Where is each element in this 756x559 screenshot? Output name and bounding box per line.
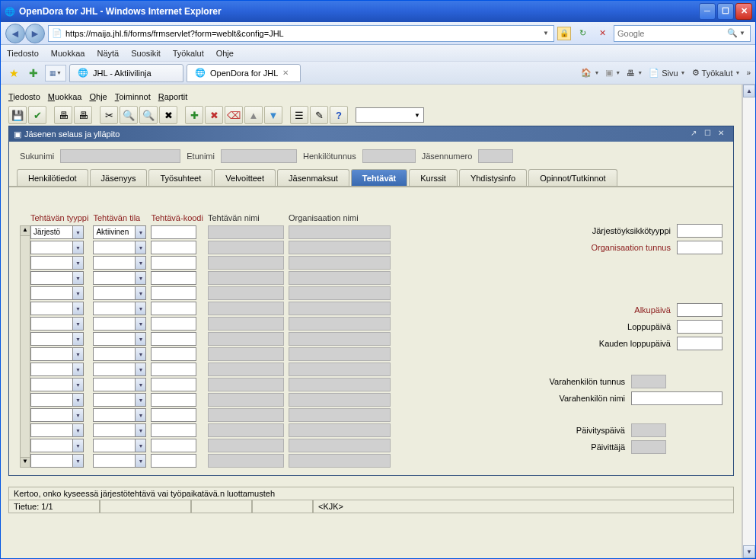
henkilotunnus-field[interactable]: [362, 149, 416, 163]
print-button[interactable]: 🖶▼: [627, 69, 643, 78]
dropdown-icon[interactable]: ▼: [135, 287, 145, 299]
menu-nayta[interactable]: Näytä: [97, 49, 119, 58]
dropdown-icon[interactable]: ▼: [135, 424, 145, 436]
grid-cell-tyyppi[interactable]: ▼: [30, 286, 84, 300]
grid-cell-tila[interactable]: ▼: [93, 256, 146, 270]
home-button[interactable]: 🏠▼: [581, 68, 599, 78]
grid-cell-koodi[interactable]: [151, 332, 196, 346]
grid-cell-tyyppi[interactable]: ▼: [30, 241, 84, 254]
jasennumero-field[interactable]: [478, 149, 513, 163]
insert-icon[interactable]: ✚: [185, 106, 203, 124]
grid-cell-tila[interactable]: ▼: [93, 408, 146, 422]
inner-restore-icon[interactable]: ☐: [704, 129, 715, 139]
kauden-loppupaiva-field[interactable]: [677, 337, 723, 350]
grid-cell-tyyppi[interactable]: ▼: [30, 317, 84, 331]
grid-cell-tila[interactable]: ▼: [93, 454, 146, 468]
add-favorite-icon[interactable]: ✚: [25, 65, 42, 81]
grid-cell-koodi[interactable]: [151, 363, 196, 376]
dropdown-icon[interactable]: ▼: [135, 318, 145, 330]
app-menu-muokkaa[interactable]: Muokkaa: [48, 92, 82, 101]
grid-cell-tila[interactable]: ▼: [93, 439, 146, 452]
grid-cell-tila[interactable]: ▼: [93, 332, 146, 346]
dropdown-icon[interactable]: ▼: [72, 394, 83, 406]
browser-tab-1[interactable]: 🌐 OpenDora for JHL ✕: [187, 64, 301, 82]
browser-search[interactable]: 🔍 ▼: [614, 25, 751, 42]
grid-cell-tyyppi[interactable]: ▼: [30, 393, 84, 407]
grid-cell-tila[interactable]: ▼: [93, 423, 146, 437]
grid-cell-koodi[interactable]: [151, 256, 196, 270]
grid-cell-tyyppi[interactable]: ▼: [30, 363, 84, 376]
grid-cell-tila[interactable]: ▼: [93, 271, 146, 285]
search-icon[interactable]: 🔍: [727, 28, 738, 38]
quick-tabs-button[interactable]: ▦▼: [45, 65, 66, 81]
alkupaiva-field[interactable]: [677, 303, 723, 317]
page-scrollbar[interactable]: ▲▼: [742, 85, 755, 558]
menu-suosikit[interactable]: Suosikit: [131, 49, 161, 58]
grid-cell-tila[interactable]: ▼: [93, 317, 146, 331]
address-bar[interactable]: 📄 ▼: [48, 25, 554, 42]
menu-ohje[interactable]: Ohje: [216, 49, 234, 58]
dropdown-icon[interactable]: ▼: [72, 257, 83, 269]
tab-close-icon[interactable]: ✕: [282, 69, 289, 77]
browser-tab-0[interactable]: 🌐 JHL - Aktiivilinja: [69, 64, 183, 82]
ssl-lock-icon[interactable]: 🔒: [557, 27, 571, 40]
menu-muokkaa[interactable]: Muokkaa: [51, 49, 85, 58]
grid-cell-koodi[interactable]: [151, 393, 196, 407]
dropdown-icon[interactable]: ▼: [135, 409, 145, 421]
tab-jasenmaksut[interactable]: Jäsenmaksut: [277, 169, 349, 186]
grid-cell-tila[interactable]: ▼: [93, 378, 146, 391]
tab-yhdistysinfo[interactable]: Yhdistysinfo: [459, 169, 527, 186]
cut-icon[interactable]: ✂: [100, 106, 118, 124]
address-dropdown-icon[interactable]: ▼: [541, 30, 550, 37]
dropdown-icon[interactable]: ▼: [72, 363, 83, 375]
grid-cell-koodi[interactable]: [151, 317, 196, 331]
grid-cell-tyyppi[interactable]: ▼: [30, 271, 84, 285]
app-menu-raportit[interactable]: Raportit: [158, 92, 188, 101]
dropdown-icon[interactable]: ▼: [72, 409, 83, 421]
organisaation-tunnus-field[interactable]: [677, 241, 723, 254]
back-button[interactable]: ◄: [5, 24, 25, 43]
grid-cell-tyyppi[interactable]: ▼: [30, 332, 84, 346]
stop-button[interactable]: ✕: [594, 25, 611, 42]
toolbar-combo[interactable]: ▼: [356, 107, 424, 123]
grid-cell-tila[interactable]: ▼: [93, 347, 146, 361]
dropdown-icon[interactable]: ▼: [72, 287, 83, 299]
dropdown-icon[interactable]: ▼: [72, 348, 83, 360]
dropdown-icon[interactable]: ▼: [72, 455, 83, 467]
app-menu-ohje[interactable]: Ohje: [89, 92, 107, 101]
url-input[interactable]: [65, 29, 538, 38]
grid-cell-koodi[interactable]: [151, 286, 196, 300]
tab-jasenyys[interactable]: Jäsenyys: [90, 169, 148, 186]
dropdown-icon[interactable]: ▼: [135, 348, 145, 360]
grid-cell-tyyppi[interactable]: Järjestö▼: [30, 225, 84, 239]
menu-tiedosto[interactable]: Tiedosto: [7, 49, 39, 58]
varahenkilon-nimi-field[interactable]: [631, 391, 723, 405]
grid-cell-tila[interactable]: ▼: [93, 393, 146, 407]
list-icon[interactable]: ☰: [290, 106, 308, 124]
dropdown-icon[interactable]: ▼: [135, 455, 145, 467]
grid-cell-tyyppi[interactable]: ▼: [30, 378, 84, 391]
menu-tyokalut[interactable]: Työkalut: [173, 49, 204, 58]
grid-cell-tyyppi[interactable]: ▼: [30, 347, 84, 361]
dropdown-icon[interactable]: ▼: [135, 226, 145, 238]
dropdown-icon[interactable]: ▼: [135, 302, 145, 315]
clear-icon[interactable]: ⌫: [225, 106, 243, 124]
tab-opinnot[interactable]: Opinnot/Tutkinnot: [528, 169, 617, 186]
forward-button[interactable]: ►: [25, 24, 45, 43]
loppupaiva-field[interactable]: [677, 320, 723, 334]
grid-cell-tila[interactable]: Aktiivinen▼: [93, 225, 146, 239]
etunimi-field[interactable]: [221, 149, 297, 163]
search-input[interactable]: [617, 29, 727, 38]
tab-velvoitteet[interactable]: Velvoitteet: [214, 169, 276, 186]
grid-cell-tyyppi[interactable]: ▼: [30, 439, 84, 452]
page-menu[interactable]: 📄Sivu▼: [649, 68, 685, 78]
dropdown-icon[interactable]: ▼: [72, 302, 83, 315]
favorites-star-icon[interactable]: ★: [5, 65, 22, 81]
save-icon[interactable]: 💾: [8, 106, 27, 124]
grid-cell-tyyppi[interactable]: ▼: [30, 423, 84, 437]
grid-cell-koodi[interactable]: [151, 347, 196, 361]
tools-menu[interactable]: ⚙Työkalut▼: [692, 68, 741, 78]
dropdown-icon[interactable]: ▼: [135, 439, 145, 452]
grid-cell-koodi[interactable]: [151, 408, 196, 422]
search-icon[interactable]: 🔍: [120, 106, 138, 124]
